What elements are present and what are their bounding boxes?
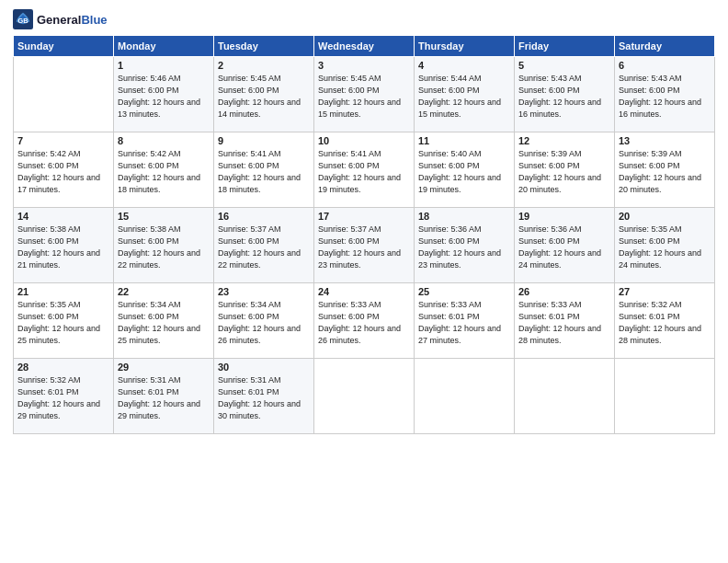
- weekday-header: Sunday: [14, 36, 114, 57]
- calendar-cell: 14 Sunrise: 5:38 AM Sunset: 6:00 PM Dayl…: [14, 208, 114, 283]
- sunset-label: Sunset: 6:00 PM: [619, 236, 680, 246]
- weekday-header: Thursday: [415, 36, 515, 57]
- day-number: 17: [318, 211, 410, 222]
- sunrise-label: Sunrise: 5:39 AM: [518, 149, 582, 158]
- calendar-cell: 27 Sunrise: 5:32 AM Sunset: 6:01 PM Dayl…: [615, 283, 715, 359]
- sunrise-label: Sunrise: 5:33 AM: [318, 300, 381, 309]
- day-info: Sunrise: 5:40 AM Sunset: 6:00 PM Dayligh…: [418, 148, 510, 196]
- calendar-cell: 6 Sunrise: 5:43 AM Sunset: 6:00 PM Dayli…: [615, 57, 715, 132]
- day-info: Sunrise: 5:31 AM Sunset: 6:01 PM Dayligh…: [118, 374, 210, 422]
- day-number: 23: [218, 286, 310, 297]
- day-number: 1: [118, 60, 210, 71]
- day-info: Sunrise: 5:46 AM Sunset: 6:00 PM Dayligh…: [118, 73, 210, 121]
- day-info: Sunrise: 5:32 AM Sunset: 6:01 PM Dayligh…: [619, 299, 711, 347]
- day-number: 18: [418, 211, 510, 222]
- day-info: Sunrise: 5:34 AM Sunset: 6:00 PM Dayligh…: [218, 299, 310, 347]
- day-number: 19: [518, 211, 610, 222]
- sunrise-label: Sunrise: 5:43 AM: [518, 74, 582, 83]
- day-info: Sunrise: 5:35 AM Sunset: 6:00 PM Dayligh…: [17, 299, 109, 347]
- day-info: Sunrise: 5:44 AM Sunset: 6:00 PM Dayligh…: [418, 73, 510, 121]
- sunset-label: Sunset: 6:01 PM: [518, 312, 580, 321]
- daylight-label: Daylight: 12 hours and 25 minutes.: [17, 324, 100, 345]
- day-number: 22: [118, 286, 210, 297]
- daylight-label: Daylight: 12 hours and 20 minutes.: [619, 173, 701, 194]
- calendar-week-row: 14 Sunrise: 5:38 AM Sunset: 6:00 PM Dayl…: [14, 208, 715, 283]
- day-number: 2: [218, 60, 310, 71]
- daylight-label: Daylight: 12 hours and 18 minutes.: [118, 173, 200, 194]
- calendar-cell: [314, 359, 415, 434]
- day-number: 13: [619, 135, 711, 146]
- calendar-cell: 18 Sunrise: 5:36 AM Sunset: 6:00 PM Dayl…: [415, 208, 515, 283]
- daylight-label: Daylight: 12 hours and 21 minutes.: [17, 248, 100, 270]
- sunrise-label: Sunrise: 5:38 AM: [17, 224, 81, 234]
- day-info: Sunrise: 5:45 AM Sunset: 6:00 PM Dayligh…: [218, 73, 310, 121]
- daylight-label: Daylight: 12 hours and 20 minutes.: [518, 173, 601, 194]
- calendar-cell: 8 Sunrise: 5:42 AM Sunset: 6:00 PM Dayli…: [114, 132, 214, 208]
- calendar-week-row: 1 Sunrise: 5:46 AM Sunset: 6:00 PM Dayli…: [14, 57, 715, 132]
- weekday-header: Friday: [515, 36, 615, 57]
- sunset-label: Sunset: 6:00 PM: [218, 236, 279, 246]
- calendar-cell: 13 Sunrise: 5:39 AM Sunset: 6:00 PM Dayl…: [615, 132, 715, 208]
- calendar-cell: 12 Sunrise: 5:39 AM Sunset: 6:00 PM Dayl…: [515, 132, 615, 208]
- day-info: Sunrise: 5:39 AM Sunset: 6:00 PM Dayligh…: [619, 148, 711, 196]
- day-number: 16: [218, 211, 310, 222]
- daylight-label: Daylight: 12 hours and 19 minutes.: [318, 173, 401, 194]
- svg-text:GB: GB: [18, 17, 28, 25]
- day-number: 14: [17, 211, 109, 222]
- sunrise-label: Sunrise: 5:32 AM: [17, 375, 81, 385]
- sunset-label: Sunset: 6:00 PM: [619, 161, 680, 170]
- sunrise-label: Sunrise: 5:46 AM: [118, 74, 181, 83]
- sunrise-label: Sunrise: 5:37 AM: [318, 224, 381, 234]
- sunrise-label: Sunrise: 5:36 AM: [418, 224, 482, 234]
- daylight-label: Daylight: 12 hours and 15 minutes.: [418, 98, 501, 119]
- calendar-cell: 25 Sunrise: 5:33 AM Sunset: 6:01 PM Dayl…: [415, 283, 515, 359]
- sunrise-label: Sunrise: 5:34 AM: [218, 300, 281, 309]
- day-info: Sunrise: 5:45 AM Sunset: 6:00 PM Dayligh…: [318, 73, 410, 121]
- daylight-label: Daylight: 12 hours and 18 minutes.: [218, 173, 301, 194]
- calendar-cell: 22 Sunrise: 5:34 AM Sunset: 6:00 PM Dayl…: [114, 283, 214, 359]
- sunset-label: Sunset: 6:00 PM: [17, 236, 79, 246]
- day-number: 4: [418, 60, 510, 71]
- calendar-cell: 28 Sunrise: 5:32 AM Sunset: 6:01 PM Dayl…: [14, 359, 114, 434]
- calendar-cell: [14, 57, 114, 132]
- calendar-header: SundayMondayTuesdayWednesdayThursdayFrid…: [14, 36, 715, 57]
- sunset-label: Sunset: 6:00 PM: [318, 236, 380, 246]
- calendar-cell: 2 Sunrise: 5:45 AM Sunset: 6:00 PM Dayli…: [214, 57, 314, 132]
- sunrise-label: Sunrise: 5:42 AM: [17, 149, 81, 158]
- sunrise-label: Sunrise: 5:41 AM: [218, 149, 281, 158]
- calendar-week-row: 7 Sunrise: 5:42 AM Sunset: 6:00 PM Dayli…: [14, 132, 715, 208]
- calendar-cell: 10 Sunrise: 5:41 AM Sunset: 6:00 PM Dayl…: [314, 132, 415, 208]
- calendar-cell: 1 Sunrise: 5:46 AM Sunset: 6:00 PM Dayli…: [114, 57, 214, 132]
- daylight-label: Daylight: 12 hours and 16 minutes.: [619, 98, 701, 119]
- calendar-cell: 4 Sunrise: 5:44 AM Sunset: 6:00 PM Dayli…: [415, 57, 515, 132]
- sunrise-label: Sunrise: 5:45 AM: [218, 74, 281, 83]
- sunrise-label: Sunrise: 5:31 AM: [218, 375, 281, 385]
- sunrise-label: Sunrise: 5:34 AM: [118, 300, 181, 309]
- daylight-label: Daylight: 12 hours and 16 minutes.: [518, 98, 601, 119]
- sunset-label: Sunset: 6:00 PM: [518, 236, 580, 246]
- calendar-cell: [415, 359, 515, 434]
- sunrise-label: Sunrise: 5:39 AM: [619, 149, 682, 158]
- daylight-label: Daylight: 12 hours and 24 minutes.: [518, 248, 601, 270]
- sunset-label: Sunset: 6:01 PM: [17, 387, 79, 396]
- daylight-label: Daylight: 12 hours and 13 minutes.: [118, 98, 200, 119]
- day-info: Sunrise: 5:43 AM Sunset: 6:00 PM Dayligh…: [619, 73, 711, 121]
- sunrise-label: Sunrise: 5:33 AM: [418, 300, 482, 309]
- sunset-label: Sunset: 6:00 PM: [218, 86, 279, 95]
- sunrise-label: Sunrise: 5:43 AM: [619, 74, 682, 83]
- sunset-label: Sunset: 6:00 PM: [17, 312, 79, 321]
- sunrise-label: Sunrise: 5:42 AM: [118, 149, 181, 158]
- day-info: Sunrise: 5:37 AM Sunset: 6:00 PM Dayligh…: [218, 224, 310, 271]
- calendar-cell: [615, 359, 715, 434]
- calendar-week-row: 28 Sunrise: 5:32 AM Sunset: 6:01 PM Dayl…: [14, 359, 715, 434]
- calendar-cell: 11 Sunrise: 5:40 AM Sunset: 6:00 PM Dayl…: [415, 132, 515, 208]
- daylight-label: Daylight: 12 hours and 22 minutes.: [218, 248, 301, 270]
- day-number: 8: [118, 135, 210, 146]
- sunset-label: Sunset: 6:00 PM: [418, 236, 480, 246]
- daylight-label: Daylight: 12 hours and 22 minutes.: [118, 248, 200, 270]
- day-info: Sunrise: 5:36 AM Sunset: 6:00 PM Dayligh…: [518, 224, 610, 271]
- daylight-label: Daylight: 12 hours and 15 minutes.: [318, 98, 401, 119]
- page: GB GeneralBlue SundayMondayTuesdayWednes…: [0, 0, 728, 563]
- generalblue-icon: GB: [13, 9, 33, 29]
- day-info: Sunrise: 5:33 AM Sunset: 6:01 PM Dayligh…: [518, 299, 610, 347]
